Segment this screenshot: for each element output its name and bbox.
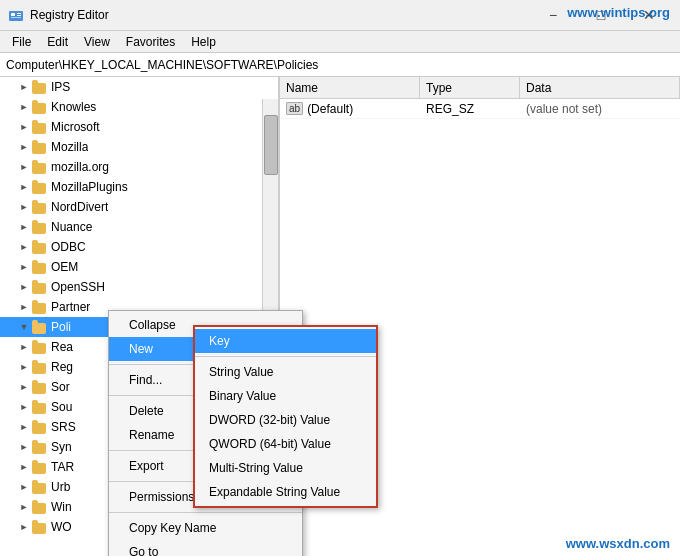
sub-item-expandable[interactable]: Expandable String Value xyxy=(195,480,376,504)
tree-label-Sou: Sou xyxy=(51,400,72,414)
expander-OpenSSH[interactable]: ► xyxy=(16,279,32,295)
sub-item-string[interactable]: String Value xyxy=(195,360,376,384)
folder-icon-mozilla-org xyxy=(32,160,48,174)
expander-SRS[interactable]: ► xyxy=(16,419,32,435)
minimize-button[interactable]: − xyxy=(530,0,576,31)
expander-ODBC[interactable]: ► xyxy=(16,239,32,255)
tree-item-NordDivert[interactable]: ► NordDivert xyxy=(0,197,278,217)
cell-type: REG_SZ xyxy=(420,102,520,116)
expander-Partner[interactable]: ► xyxy=(16,299,32,315)
svg-rect-4 xyxy=(11,17,21,18)
submenu: Key String Value Binary Value DWORD (32-… xyxy=(193,325,378,508)
address-path: Computer\HKEY_LOCAL_MACHINE\SOFTWARE\Pol… xyxy=(6,58,318,72)
close-button[interactable]: ✕ xyxy=(626,0,672,31)
expander-Reg[interactable]: ► xyxy=(16,359,32,375)
tree-label-Mozilla: Mozilla xyxy=(51,140,88,154)
expander-Mozilla[interactable]: ► xyxy=(16,139,32,155)
tree-item-ODBC[interactable]: ► ODBC xyxy=(0,237,278,257)
table-row[interactable]: ab (Default) REG_SZ (value not set) xyxy=(280,99,680,119)
folder-icon-NordDivert xyxy=(32,200,48,214)
expander-Nuance[interactable]: ► xyxy=(16,219,32,235)
tree-item-Microsoft[interactable]: ► Microsoft xyxy=(0,117,278,137)
scrollbar-thumb[interactable] xyxy=(264,115,278,175)
cell-data: (value not set) xyxy=(520,102,680,116)
title-bar: Registry Editor − □ ✕ xyxy=(0,0,680,31)
col-header-name: Name xyxy=(280,77,420,98)
folder-icon-TAR xyxy=(32,460,48,474)
ctx-goto-hkcu[interactable]: Go to HKEY_CURRENT_USER xyxy=(109,540,302,556)
folder-icon-Poli xyxy=(32,320,48,334)
folder-icon-WO xyxy=(32,520,48,534)
menu-bar: File Edit View Favorites Help xyxy=(0,31,680,53)
expander-Knowles[interactable]: ► xyxy=(16,99,32,115)
folder-icon-Urb xyxy=(32,480,48,494)
tree-label-ODBC: ODBC xyxy=(51,240,86,254)
tree-label-SRS: SRS xyxy=(51,420,76,434)
sub-item-qword[interactable]: QWORD (64-bit) Value xyxy=(195,432,376,456)
expander-Sou[interactable]: ► xyxy=(16,399,32,415)
expander-Sor[interactable]: ► xyxy=(16,379,32,395)
tree-item-Mozilla[interactable]: ► Mozilla xyxy=(0,137,278,157)
folder-icon-IPS xyxy=(32,80,48,94)
tree-label-TAR: TAR xyxy=(51,460,74,474)
tree-item-OEM[interactable]: ► OEM xyxy=(0,257,278,277)
tree-item-MozillaPlugins[interactable]: ► MozillaPlugins xyxy=(0,177,278,197)
tree-label-Sor: Sor xyxy=(51,380,70,394)
tree-label-WO: WO xyxy=(51,520,72,534)
expander-Rea[interactable]: ► xyxy=(16,339,32,355)
folder-icon-Nuance xyxy=(32,220,48,234)
maximize-button[interactable]: □ xyxy=(578,0,624,31)
sub-item-dword[interactable]: DWORD (32-bit) Value xyxy=(195,408,376,432)
sub-item-binary[interactable]: Binary Value xyxy=(195,384,376,408)
expander-MozillaPlugins[interactable]: ► xyxy=(16,179,32,195)
tree-label-OEM: OEM xyxy=(51,260,78,274)
expander-mozilla-org[interactable]: ► xyxy=(16,159,32,175)
menu-file[interactable]: File xyxy=(4,31,39,52)
tree-label-Rea: Rea xyxy=(51,340,73,354)
folder-icon-ODBC xyxy=(32,240,48,254)
expander-Win[interactable]: ► xyxy=(16,499,32,515)
tree-label-Urb: Urb xyxy=(51,480,70,494)
ab-icon: ab xyxy=(286,102,303,115)
expander-Urb[interactable]: ► xyxy=(16,479,32,495)
folder-icon-Sor xyxy=(32,380,48,394)
tree-label-NordDivert: NordDivert xyxy=(51,200,108,214)
folder-icon-OpenSSH xyxy=(32,280,48,294)
sub-item-key[interactable]: Key xyxy=(195,329,376,353)
menu-view[interactable]: View xyxy=(76,31,118,52)
expander-Microsoft[interactable]: ► xyxy=(16,119,32,135)
folder-icon-Microsoft xyxy=(32,120,48,134)
tree-item-OpenSSH[interactable]: ► OpenSSH xyxy=(0,277,278,297)
folder-icon-Knowles xyxy=(32,100,48,114)
folder-icon-Win xyxy=(32,500,48,514)
entry-name: (Default) xyxy=(307,102,353,116)
expander-WO[interactable]: ► xyxy=(16,519,32,534)
folder-icon-Rea xyxy=(32,340,48,354)
address-bar: Computer\HKEY_LOCAL_MACHINE\SOFTWARE\Pol… xyxy=(0,53,680,77)
expander-TAR[interactable]: ► xyxy=(16,459,32,475)
tree-item-mozilla-org[interactable]: ► mozilla.org xyxy=(0,157,278,177)
tree-item-Knowles[interactable]: ► Knowles xyxy=(0,97,278,117)
window-controls: − □ ✕ xyxy=(530,0,672,31)
expander-OEM[interactable]: ► xyxy=(16,259,32,275)
menu-favorites[interactable]: Favorites xyxy=(118,31,183,52)
tree-item-Nuance[interactable]: ► Nuance xyxy=(0,217,278,237)
menu-edit[interactable]: Edit xyxy=(39,31,76,52)
ctx-copy-key[interactable]: Copy Key Name xyxy=(109,516,302,540)
tree-label-mozilla-org: mozilla.org xyxy=(51,160,109,174)
folder-icon-Syn xyxy=(32,440,48,454)
col-header-type: Type xyxy=(420,77,520,98)
folder-icon-Partner xyxy=(32,300,48,314)
tree-label-Poli: Poli xyxy=(51,320,71,334)
menu-help[interactable]: Help xyxy=(183,31,224,52)
ctx-sep-5 xyxy=(109,512,302,513)
expander-Syn[interactable]: ► xyxy=(16,439,32,455)
window-title: Registry Editor xyxy=(30,8,109,22)
expander-Poli[interactable]: ▼ xyxy=(16,319,32,335)
sub-sep-1 xyxy=(195,356,376,357)
expander-IPS[interactable]: ► xyxy=(16,79,32,95)
svg-rect-2 xyxy=(17,13,21,14)
sub-item-multistring[interactable]: Multi-String Value xyxy=(195,456,376,480)
tree-item-IPS[interactable]: ► IPS xyxy=(0,77,278,97)
expander-NordDivert[interactable]: ► xyxy=(16,199,32,215)
